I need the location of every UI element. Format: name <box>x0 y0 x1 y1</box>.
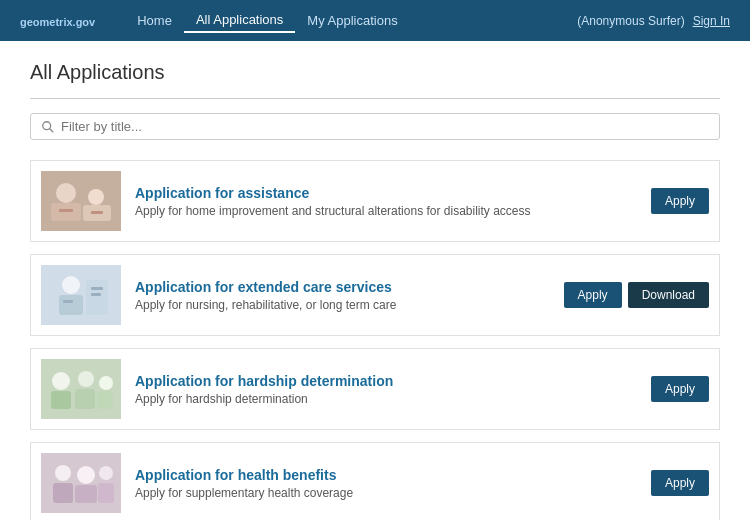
app-thumbnail <box>41 453 121 513</box>
app-title[interactable]: Application for assistance <box>135 185 309 201</box>
download-button[interactable]: Download <box>628 282 709 308</box>
svg-rect-12 <box>86 280 108 315</box>
svg-point-17 <box>52 372 70 390</box>
svg-point-26 <box>77 466 95 484</box>
table-row: Application for hardship determination A… <box>30 348 720 430</box>
svg-rect-9 <box>41 265 121 325</box>
app-info: Application for assistance Apply for hom… <box>135 185 641 218</box>
svg-rect-2 <box>41 171 121 231</box>
svg-rect-20 <box>75 389 95 409</box>
svg-line-1 <box>50 128 54 132</box>
svg-rect-15 <box>91 293 101 296</box>
sign-in-link[interactable]: Sign In <box>693 14 730 28</box>
svg-rect-11 <box>59 295 83 315</box>
site-logo: geometrix.gov <box>20 12 95 30</box>
search-container <box>30 113 720 140</box>
svg-rect-29 <box>98 483 114 503</box>
svg-point-21 <box>99 376 113 390</box>
app-thumbnail <box>41 359 121 419</box>
svg-point-5 <box>88 189 104 205</box>
main-nav: Home All Applications My Applications <box>125 8 409 33</box>
app-actions: Apply <box>651 470 709 496</box>
nav-all-applications[interactable]: All Applications <box>184 8 295 33</box>
app-description: Apply for nursing, rehabilitative, or lo… <box>135 298 554 312</box>
table-row: Application for assistance Apply for hom… <box>30 160 720 242</box>
svg-point-28 <box>99 466 113 480</box>
app-info: Application for extended care services A… <box>135 279 554 312</box>
user-name: (Anonymous Surfer) <box>577 14 684 28</box>
logo-text: geometrix <box>20 16 73 28</box>
app-thumbnail <box>41 171 121 231</box>
svg-rect-25 <box>53 483 73 503</box>
app-description: Apply for supplementary health coverage <box>135 486 641 500</box>
application-list: Application for assistance Apply for hom… <box>30 160 720 520</box>
svg-rect-13 <box>63 300 73 303</box>
svg-rect-22 <box>97 391 113 409</box>
page-title: All Applications <box>30 61 720 84</box>
app-actions: Apply Download <box>564 282 709 308</box>
logo-tld: .gov <box>73 16 96 28</box>
app-title[interactable]: Application for hardship determination <box>135 373 393 389</box>
svg-point-0 <box>43 121 51 129</box>
svg-point-19 <box>78 371 94 387</box>
search-icon <box>41 120 55 134</box>
search-input[interactable] <box>61 119 709 134</box>
nav-home[interactable]: Home <box>125 9 184 32</box>
title-divider <box>30 98 720 99</box>
svg-point-10 <box>62 276 80 294</box>
app-description: Apply for home improvement and structura… <box>135 204 641 218</box>
apply-button[interactable]: Apply <box>564 282 622 308</box>
site-header: geometrix.gov Home All Applications My A… <box>0 0 750 41</box>
app-info: Application for hardship determination A… <box>135 373 641 406</box>
user-area: (Anonymous Surfer) Sign In <box>577 14 730 28</box>
apply-button[interactable]: Apply <box>651 376 709 402</box>
nav-my-applications[interactable]: My Applications <box>295 9 409 32</box>
app-actions: Apply <box>651 188 709 214</box>
app-info: Application for health benefits Apply fo… <box>135 467 641 500</box>
svg-rect-8 <box>91 211 103 214</box>
app-title[interactable]: Application for extended care services <box>135 279 392 295</box>
apply-button[interactable]: Apply <box>651 470 709 496</box>
svg-point-3 <box>56 183 76 203</box>
app-actions: Apply <box>651 376 709 402</box>
svg-point-24 <box>55 465 71 481</box>
svg-rect-7 <box>59 209 73 212</box>
svg-rect-27 <box>75 485 97 503</box>
svg-rect-18 <box>51 391 71 409</box>
apply-button[interactable]: Apply <box>651 188 709 214</box>
app-thumbnail <box>41 265 121 325</box>
main-content: All Applications <box>0 41 750 520</box>
app-title[interactable]: Application for health benefits <box>135 467 336 483</box>
table-row: Application for extended care services A… <box>30 254 720 336</box>
app-description: Apply for hardship determination <box>135 392 641 406</box>
table-row: Application for health benefits Apply fo… <box>30 442 720 520</box>
svg-rect-14 <box>91 287 103 290</box>
